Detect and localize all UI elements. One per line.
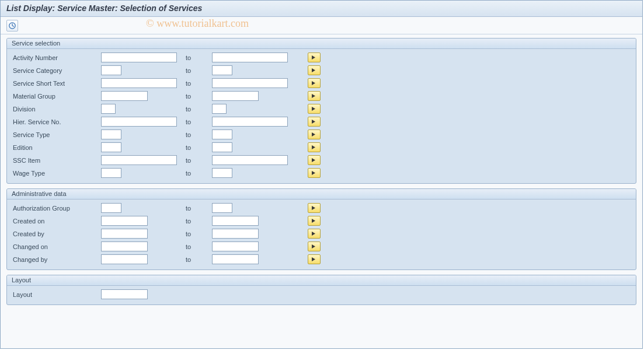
wage-type-from[interactable] bbox=[101, 168, 121, 178]
material-group-from[interactable] bbox=[101, 91, 148, 101]
auth-group-to[interactable] bbox=[212, 203, 232, 213]
execute-button[interactable] bbox=[6, 20, 18, 32]
changed-on-from[interactable] bbox=[101, 242, 148, 251]
hier-service-no-from[interactable] bbox=[101, 117, 177, 127]
label-layout: Layout bbox=[11, 291, 101, 298]
created-on-from[interactable] bbox=[101, 216, 148, 226]
to-label: to bbox=[186, 230, 212, 237]
ssc-item-to[interactable] bbox=[212, 155, 288, 165]
arrow-right-icon bbox=[311, 119, 317, 124]
row-material-group: Material Group to bbox=[11, 90, 632, 102]
service-short-text-to[interactable] bbox=[212, 78, 288, 88]
to-label: to bbox=[186, 144, 212, 151]
row-created-by: Created by to bbox=[11, 228, 632, 240]
edition-to[interactable] bbox=[212, 142, 232, 152]
ssc-item-from[interactable] bbox=[101, 155, 177, 165]
to-label: to bbox=[186, 205, 212, 212]
multi-select-service-type[interactable] bbox=[308, 130, 321, 139]
multi-select-division[interactable] bbox=[308, 104, 321, 114]
auth-group-from[interactable] bbox=[101, 203, 121, 213]
arrow-right-icon bbox=[311, 244, 317, 249]
row-created-on: Created on to bbox=[11, 215, 632, 227]
to-label: to bbox=[186, 93, 212, 100]
changed-by-from[interactable] bbox=[101, 254, 148, 264]
to-label: to bbox=[186, 170, 212, 177]
service-category-from[interactable] bbox=[101, 65, 121, 75]
label-service-type: Service Type bbox=[11, 131, 101, 138]
multi-select-hier-service-no[interactable] bbox=[308, 117, 321, 127]
row-hier-service-no: Hier. Service No. to bbox=[11, 116, 632, 128]
arrow-right-icon bbox=[311, 158, 317, 163]
hier-service-no-to[interactable] bbox=[212, 117, 288, 127]
multi-select-material-group[interactable] bbox=[308, 91, 321, 101]
arrow-right-icon bbox=[311, 80, 317, 86]
arrow-right-icon bbox=[311, 218, 317, 223]
row-changed-on: Changed on to bbox=[11, 240, 632, 253]
to-label: to bbox=[186, 118, 212, 125]
to-label: to bbox=[186, 243, 212, 250]
layout-input[interactable] bbox=[101, 289, 148, 299]
arrow-right-icon bbox=[311, 132, 317, 137]
row-wage-type: Wage Type to bbox=[11, 167, 632, 179]
label-created-by: Created by bbox=[11, 230, 101, 237]
wage-type-to[interactable] bbox=[212, 168, 232, 178]
row-edition: Edition to bbox=[11, 141, 632, 153]
label-ssc-item: SSC Item bbox=[11, 157, 101, 164]
changed-by-to[interactable] bbox=[212, 254, 259, 264]
multi-select-created-by[interactable] bbox=[308, 229, 321, 239]
service-type-from[interactable] bbox=[101, 130, 121, 139]
material-group-to[interactable] bbox=[212, 91, 259, 101]
label-changed-by: Changed by bbox=[11, 256, 101, 263]
label-hier-service-no: Hier. Service No. bbox=[11, 118, 101, 125]
arrow-right-icon bbox=[311, 55, 317, 60]
content-area: Service selection Activity Number to Ser… bbox=[1, 34, 642, 313]
label-activity-number: Activity Number bbox=[11, 54, 101, 61]
multi-select-created-on[interactable] bbox=[308, 216, 321, 226]
multi-select-changed-on[interactable] bbox=[308, 242, 321, 251]
to-label: to bbox=[186, 256, 212, 263]
created-on-to[interactable] bbox=[212, 216, 259, 226]
panel-header-layout: Layout bbox=[7, 275, 636, 286]
service-short-text-from[interactable] bbox=[101, 78, 177, 88]
panel-header-service: Service selection bbox=[7, 38, 636, 49]
panel-header-admin: Administrative data bbox=[7, 189, 636, 200]
multi-select-activity-number[interactable] bbox=[308, 52, 321, 62]
multi-select-auth-group[interactable] bbox=[308, 203, 321, 213]
changed-on-to[interactable] bbox=[212, 242, 259, 251]
activity-number-to[interactable] bbox=[212, 52, 288, 62]
row-service-category: Service Category to bbox=[11, 64, 632, 76]
row-activity-number: Activity Number to bbox=[11, 51, 632, 64]
created-by-to[interactable] bbox=[212, 229, 259, 239]
to-label: to bbox=[186, 80, 212, 87]
row-service-short-text: Service Short Text to bbox=[11, 77, 632, 89]
arrow-right-icon bbox=[311, 170, 317, 176]
multi-select-changed-by[interactable] bbox=[308, 254, 321, 264]
panel-layout: Layout Layout bbox=[6, 275, 636, 305]
page-title: List Display: Service Master: Selection … bbox=[6, 4, 202, 13]
activity-number-from[interactable] bbox=[101, 52, 177, 62]
to-label: to bbox=[186, 218, 212, 225]
arrow-right-icon bbox=[311, 257, 317, 262]
division-from[interactable] bbox=[101, 104, 116, 114]
multi-select-ssc-item[interactable] bbox=[308, 155, 321, 165]
edition-from[interactable] bbox=[101, 142, 121, 152]
app-window: List Display: Service Master: Selection … bbox=[0, 0, 643, 349]
created-by-from[interactable] bbox=[101, 229, 148, 239]
service-type-to[interactable] bbox=[212, 130, 232, 139]
panel-service-selection: Service selection Activity Number to Ser… bbox=[6, 38, 636, 184]
label-division: Division bbox=[11, 106, 101, 113]
multi-select-wage-type[interactable] bbox=[308, 168, 321, 178]
multi-select-service-short-text[interactable] bbox=[308, 78, 321, 88]
service-category-to[interactable] bbox=[212, 65, 232, 75]
arrow-right-icon bbox=[311, 231, 317, 236]
multi-select-edition[interactable] bbox=[308, 142, 321, 152]
panel-administrative-data: Administrative data Authorization Group … bbox=[6, 188, 636, 270]
label-material-group: Material Group bbox=[11, 93, 101, 100]
multi-select-service-category[interactable] bbox=[308, 65, 321, 75]
division-to[interactable] bbox=[212, 104, 227, 114]
label-auth-group: Authorization Group bbox=[11, 205, 101, 212]
to-label: to bbox=[186, 54, 212, 61]
label-edition: Edition bbox=[11, 144, 101, 151]
title-bar: List Display: Service Master: Selection … bbox=[1, 1, 642, 17]
row-service-type: Service Type to bbox=[11, 128, 632, 141]
